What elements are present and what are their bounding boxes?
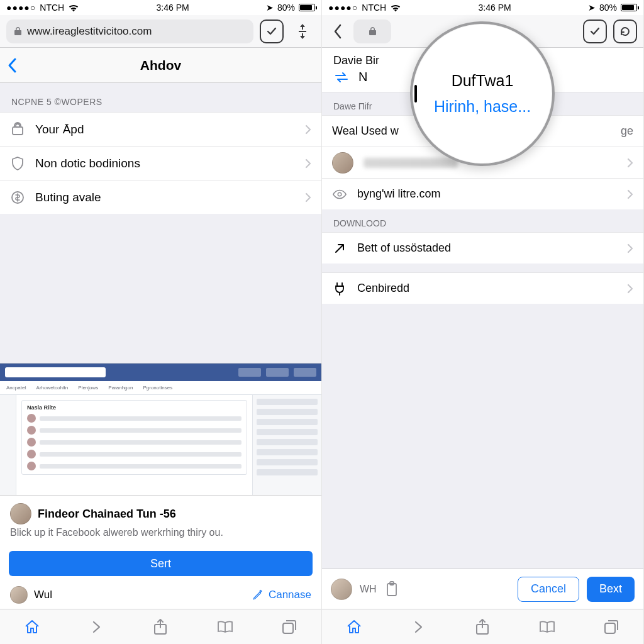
- lock-icon: [369, 26, 377, 36]
- checkmark-icon: [267, 27, 277, 36]
- cancel-button[interactable]: Cancel: [518, 577, 579, 602]
- chevron-right-icon: [91, 619, 102, 635]
- bottom-toolbar: [322, 609, 643, 644]
- coin-icon: [10, 190, 25, 205]
- left-screenshot: ●●●●○ NTCH 3:46 PM ➤ 80% www.ireaglestit…: [0, 0, 322, 644]
- battery-pct: 80%: [277, 3, 295, 13]
- status-bar: ●●●●○ NTCH 3:46 PM ➤ 80%: [322, 0, 643, 15]
- preview-screenshot: AncpatetArhowetcohitnPienjowsParanhgonPg…: [0, 364, 321, 496]
- pen-icon: [252, 589, 264, 601]
- magnifier-line2: Hirinh, hase...: [434, 97, 531, 116]
- status-bar: ●●●●○ NTCH 3:46 PM ➤ 80%: [0, 0, 321, 15]
- forward-tab[interactable]: [409, 618, 427, 636]
- row-label: Weal Used w: [332, 125, 399, 138]
- share-tab[interactable]: [474, 618, 491, 636]
- bottom-toolbar: [0, 609, 321, 644]
- tabs-icon: [603, 619, 619, 635]
- checkmark-icon: [590, 27, 600, 36]
- next-button[interactable]: Bext: [587, 577, 635, 602]
- fb-box-heading: Nasla Rilte: [27, 404, 242, 411]
- eye-icon: [332, 187, 347, 202]
- magnifier-line1: DufTwa1: [452, 72, 514, 90]
- row-site[interactable]: byng'wi litre.com: [322, 178, 643, 209]
- preview-mini-row: Wul Cannase: [0, 582, 321, 609]
- reader-format-button[interactable]: [290, 23, 315, 40]
- reader-toggle[interactable]: [260, 19, 284, 43]
- page-title-bar: Ahdov: [0, 48, 321, 83]
- row-label: Your Āpd: [35, 123, 295, 136]
- url-field[interactable]: www.ireaglestitvicitoo.com: [6, 19, 253, 43]
- home-icon: [345, 618, 363, 636]
- cursor-handle: [414, 85, 417, 103]
- bookmarks-tab[interactable]: [538, 618, 556, 636]
- share-tab[interactable]: [152, 618, 169, 636]
- share-icon: [474, 618, 491, 636]
- chevron-right-icon: [627, 243, 633, 253]
- svg-rect-2: [283, 623, 293, 633]
- home-tab[interactable]: [345, 618, 363, 636]
- row-label: byng'wi litre.com: [357, 187, 617, 201]
- row-right-label: ge: [621, 125, 633, 138]
- reload-icon: [619, 26, 631, 37]
- svg-rect-7: [605, 623, 615, 633]
- row-bett[interactable]: Bett of ussöstaded: [322, 232, 643, 264]
- row-cenbiredd[interactable]: Cenbiredd: [322, 272, 643, 304]
- preview-title: Findeor Chainaed Tun -56: [38, 508, 176, 521]
- wifi-icon: [68, 4, 79, 12]
- tabs-icon: [281, 619, 297, 635]
- shield-icon: [10, 156, 25, 171]
- section-header-1: NCPNE 5 ©WOPERS: [0, 83, 321, 112]
- primary-button[interactable]: Sert: [9, 551, 313, 576]
- avatar: [10, 586, 28, 604]
- chevron-right-icon: [305, 125, 311, 135]
- clock: 3:46 PM: [157, 3, 189, 13]
- avatar: [332, 152, 353, 174]
- tabs-tab[interactable]: [280, 618, 298, 636]
- left-page: Ahdov NCPNE 5 ©WOPERS Your Āpd Non dotic…: [0, 48, 321, 609]
- lock-icon: [14, 26, 22, 36]
- clipboard-icon[interactable]: [384, 581, 399, 597]
- url-text: www.ireaglestitvicitoo.com: [27, 25, 152, 38]
- tabs-tab[interactable]: [602, 618, 620, 636]
- wh-label: WH: [360, 584, 377, 595]
- back-button[interactable]: [328, 23, 347, 40]
- home-tab[interactable]: [23, 618, 41, 636]
- lock-bag-icon: [10, 122, 25, 137]
- location-icon: ➤: [588, 3, 596, 13]
- reload-button[interactable]: [613, 19, 637, 43]
- row-label: Bett of ussöstaded: [357, 242, 617, 255]
- signal-dots: ●●●●○: [328, 3, 358, 13]
- battery-icon: [299, 4, 315, 11]
- battery-pct: 80%: [599, 3, 617, 13]
- suggestion-n: N: [358, 70, 367, 84]
- bookmarks-tab[interactable]: [216, 618, 234, 636]
- row-buting[interactable]: Buting avale: [0, 180, 321, 214]
- book-icon: [538, 619, 556, 635]
- avatar: [331, 579, 352, 600]
- address-bar: www.ireaglestitvicitoo.com: [0, 15, 321, 48]
- row-label: Non dotic bodinions: [35, 157, 295, 170]
- avatar: [10, 503, 31, 525]
- plug-icon: [332, 281, 347, 296]
- url-field[interactable]: [353, 19, 391, 43]
- row-your-apd[interactable]: Your Āpd: [0, 112, 321, 146]
- page-title: Ahdov: [140, 58, 181, 73]
- carrier-label: NTCH: [362, 3, 386, 13]
- chevron-left-icon: [6, 57, 18, 74]
- chevron-right-icon: [305, 158, 311, 169]
- back-button[interactable]: [6, 57, 18, 74]
- magnifier-loupe: DufTwa1 Hirinh, hase...: [410, 21, 555, 166]
- reader-toggle[interactable]: [583, 19, 607, 43]
- carrier-label: NTCH: [40, 3, 64, 13]
- sync-icon: [333, 71, 350, 84]
- row-label: Buting avale: [35, 191, 295, 204]
- chevron-right-icon: [627, 189, 633, 199]
- blurred-name: [364, 158, 458, 168]
- mini-left-label: Wul: [34, 589, 52, 601]
- row-non-dotic[interactable]: Non dotic bodinions: [0, 146, 321, 180]
- mini-right-link[interactable]: Cannase: [269, 589, 311, 601]
- home-icon: [23, 618, 41, 636]
- forward-tab[interactable]: [87, 618, 105, 636]
- chevron-right-icon: [627, 158, 633, 168]
- chevron-right-icon: [627, 284, 633, 294]
